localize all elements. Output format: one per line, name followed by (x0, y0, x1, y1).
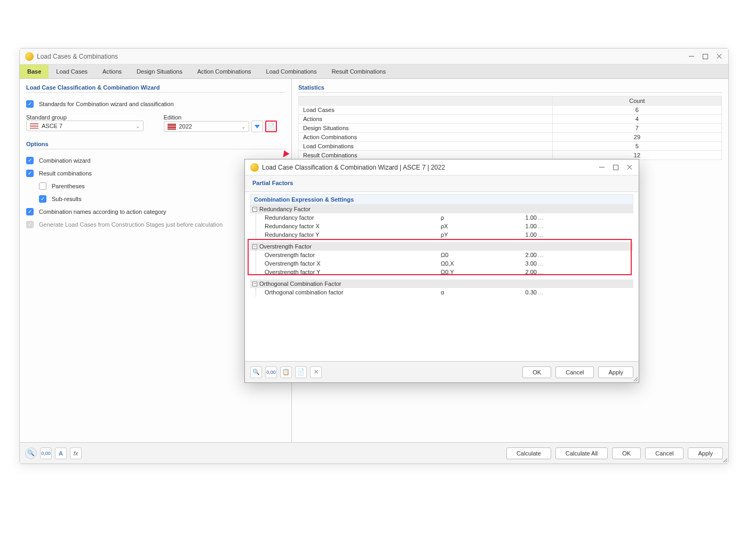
opt-gen-stages-label: Generate Load Cases from Construction St… (39, 221, 222, 228)
maximize-button[interactable] (703, 54, 708, 59)
combo-expr-head: Combination Expression & Settings (250, 194, 633, 205)
help-button[interactable] (25, 447, 37, 459)
stats-title: Statistics (298, 84, 722, 93)
group-orthogonal-label: Orthogonal Combination Factor (259, 281, 341, 287)
tab-result-combinations[interactable]: Result Combinations (324, 65, 393, 78)
dialog-maximize-button[interactable] (613, 165, 618, 170)
clipboard-button[interactable] (280, 366, 292, 378)
text-button[interactable] (55, 447, 67, 459)
app-icon (25, 52, 34, 61)
clipboard-icon (282, 369, 290, 375)
us-flag-icon (30, 123, 38, 129)
group-overstrength-label: Overstrength Factor (259, 243, 312, 250)
main-bottom-bar: 0,00 Calculate Calculate All OK Cancel A… (20, 442, 728, 463)
dialog-apply-button[interactable]: Apply (598, 366, 633, 378)
main-title: Load Cases & Combinations (37, 53, 118, 60)
dialog-cancel-button[interactable]: Cancel (555, 366, 594, 378)
edition-label: Edition (164, 114, 285, 121)
calculate-button[interactable]: Calculate (506, 447, 551, 459)
apply-button[interactable]: Apply (688, 447, 723, 459)
document-settings-icon (267, 123, 275, 130)
std-group-value: ASCE 7 (42, 123, 62, 129)
factor-row[interactable]: Overstrength factor X Ω0,X 3.00… (261, 259, 633, 268)
dialog-close-button[interactable] (626, 164, 633, 171)
dialog-resize-grip[interactable] (632, 376, 638, 381)
factor-row[interactable]: Orthogonal combination factor α 0.30… (261, 288, 633, 297)
resize-grip[interactable] (722, 457, 727, 462)
clear-button[interactable] (310, 366, 322, 378)
stats-count-header: Count (552, 97, 721, 106)
table-row: Design Situations7 (299, 124, 722, 133)
table-row: Load Combinations5 (299, 142, 722, 151)
chevron-down-icon: ⌄ (136, 123, 140, 129)
tab-load-cases[interactable]: Load Cases (49, 65, 95, 78)
group-orthogonal[interactable]: − Orthogonal Combination Factor (250, 279, 633, 288)
dialog-minimize-button[interactable] (598, 164, 606, 171)
main-tabbar: Base Load Cases Actions Design Situation… (20, 65, 728, 79)
cancel-button[interactable]: Cancel (645, 447, 684, 459)
factor-row[interactable]: Redundancy factor X ρX 1.00… (261, 222, 633, 230)
opt-subresults-label: Sub-results (52, 196, 82, 202)
tab-actions[interactable]: Actions (95, 65, 129, 78)
standards-checkbox-row[interactable]: Standards for Combination wizard and cla… (26, 99, 285, 109)
tab-action-combinations[interactable]: Action Combinations (190, 65, 259, 78)
tab-partial-factors[interactable]: Partial Factors (245, 175, 300, 191)
checkbox-icon (26, 170, 34, 177)
calculate-all-button[interactable]: Calculate All (555, 447, 608, 459)
checkbox-icon (39, 182, 46, 190)
app-icon (250, 163, 259, 172)
standards-check-label: Standards for Combination wizard and cla… (39, 101, 174, 107)
units-button[interactable]: 0,00 (40, 447, 52, 459)
stats-table: Count Load Cases6 Actions4 Design Situat… (298, 96, 722, 160)
fx-button[interactable] (70, 447, 82, 459)
dialog-titlebar: Load Case Classification & Combination W… (245, 159, 639, 175)
table-row: Result Combinations12 (299, 151, 722, 160)
std-group-label: Standard group (26, 114, 148, 121)
tab-design-situations[interactable]: Design Situations (129, 65, 190, 78)
checkbox-icon (26, 221, 34, 228)
close-button[interactable] (716, 53, 723, 60)
table-row: Action Combinations29 (299, 133, 722, 142)
factor-row[interactable]: Overstrength factor Y Ω0,Y 2.00… (261, 268, 633, 276)
minimize-button[interactable] (688, 53, 695, 60)
opt-names-label: Combination names according to action ca… (39, 209, 166, 215)
dialog-ok-button[interactable]: OK (522, 366, 551, 378)
doc-icon (297, 369, 305, 375)
collapse-toggle-icon[interactable]: − (252, 207, 257, 212)
ok-button[interactable]: OK (612, 447, 641, 459)
dialog-body: Combination Expression & Settings − Redu… (245, 192, 639, 361)
units-button[interactable]: 0,00 (265, 366, 277, 378)
nums-icon: 0,00 (266, 370, 276, 375)
lens-icon (252, 369, 260, 375)
nums-icon: 0,00 (41, 451, 51, 456)
main-titlebar: Load Cases & Combinations (20, 49, 728, 65)
factor-row[interactable]: Overstrength factor Ω0 2.00… (261, 251, 633, 259)
checkbox-icon (26, 157, 34, 164)
opt-parentheses-label: Parentheses (52, 183, 85, 189)
table-row: Actions4 (299, 115, 722, 124)
group-redundancy-label: Redundancy Factor (259, 206, 311, 212)
settings-button[interactable] (265, 121, 277, 132)
options-title: Options (26, 141, 285, 149)
section-wizard-title: Load Case Classification & Combination W… (26, 84, 285, 93)
chevron-down-icon: ⌄ (241, 124, 245, 130)
table-row: Load Cases6 (299, 106, 722, 115)
help-button[interactable] (250, 366, 262, 378)
checkbox-icon (26, 208, 34, 215)
doc-button[interactable] (295, 366, 307, 378)
group-redundancy[interactable]: − Redundancy Factor (250, 205, 633, 213)
filter-button[interactable] (251, 121, 263, 132)
a-icon (59, 450, 62, 457)
tab-base[interactable]: Base (20, 65, 49, 78)
funnel-icon (255, 125, 260, 129)
factor-row[interactable]: Redundancy factor ρ 1.00… (261, 213, 633, 222)
edition-select[interactable]: 2022 ⌄ (164, 121, 249, 132)
collapse-toggle-icon[interactable]: − (252, 244, 257, 249)
fx-icon (74, 450, 78, 457)
tab-load-combinations[interactable]: Load Combinations (259, 65, 324, 78)
checkbox-icon (26, 100, 34, 108)
factor-row[interactable]: Redundancy factor Y ρY 1.00… (261, 230, 633, 239)
group-overstrength[interactable]: − Overstrength Factor (250, 242, 633, 251)
collapse-toggle-icon[interactable]: − (252, 282, 257, 286)
standard-group-select[interactable]: ASCE 7 ⌄ (26, 121, 144, 131)
